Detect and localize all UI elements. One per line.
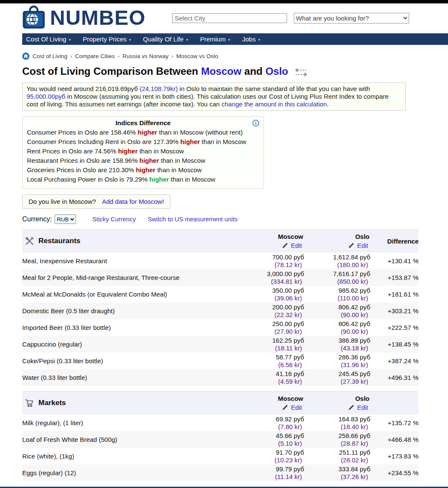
nav-cost-of-living[interactable]: Cost Of Living ▾ — [26, 35, 71, 43]
price-kr: (27.90 kr) — [236, 328, 304, 335]
nav-property-prices[interactable]: Property Prices ▾ — [83, 35, 131, 43]
section-name: Markets — [38, 399, 66, 407]
change-amount-link[interactable]: change the amount in this calculation. — [222, 100, 329, 108]
indices-title: Indices Difference — [27, 119, 259, 126]
moscow-price: 250.00 руб(27.90 kr) — [236, 320, 304, 335]
price-rub: 245.45 руб — [304, 370, 370, 378]
item-label: McMeal at McDonalds (or Equivalent Combo… — [22, 291, 236, 298]
chevron-down-icon: ▾ — [129, 37, 131, 42]
index-line: Restaurant Prices in Oslo are 158.96% hi… — [27, 156, 259, 165]
section-name: Restaurants — [38, 237, 80, 245]
home-icon[interactable] — [22, 53, 29, 60]
price-rub: 162.25 руб — [236, 337, 304, 344]
price-rub: 7,616.17 руб — [304, 270, 370, 278]
breadcrumb-russia-vs-norway[interactable]: Russia vs Norway — [123, 53, 169, 59]
numbeo-logo[interactable]: 1 NUMBEO — [21, 6, 146, 29]
nav-item-label: Quality Of Life — [143, 35, 184, 43]
price-rub: 350.00 руб — [236, 287, 304, 294]
switch-units-link[interactable]: Switch to US measurement units — [148, 216, 237, 223]
title-city-moscow[interactable]: Moscow — [201, 65, 242, 77]
site-header: 1 NUMBEO What are you looking for? — [0, 3, 448, 33]
price-kr: (334.81 kr) — [236, 278, 304, 285]
price-kr: (10.23 kr) — [236, 456, 304, 464]
chevron-down-icon: ▾ — [258, 37, 261, 42]
item-label: Loaf of Fresh White Bread (500g) — [22, 436, 236, 443]
moscow-price: 41.16 руб(4.59 kr) — [236, 370, 304, 385]
sticky-currency-link[interactable]: Sticky Currency — [92, 216, 136, 223]
info-icon[interactable] — [252, 120, 259, 128]
summary-rub-amount-link[interactable]: 95,000.00руб — [26, 93, 65, 100]
edit-label: Edit — [357, 404, 368, 411]
swap-cities-icon[interactable] — [294, 68, 308, 77]
price-rub: 164.83 руб — [304, 415, 370, 423]
table-row: Loaf of Fresh White Bread (500g) 45.66 р… — [22, 431, 419, 448]
index-text: than in Moscow — [159, 157, 205, 164]
add-data-link[interactable]: Add data for Moscow! — [102, 198, 164, 205]
looking-for-select[interactable]: What are you looking for? — [294, 13, 409, 24]
oslo-column-header: Oslo Edit — [304, 395, 370, 411]
nav-premium[interactable]: Premium ▾ — [200, 35, 230, 43]
item-label: Coke/Pepsi (0.33 liter bottle) — [22, 357, 236, 365]
moscow-price: 350.00 руб(39.06 kr) — [236, 287, 304, 302]
breadcrumb-compare-cities[interactable]: Compare Cities — [75, 53, 115, 59]
edit-label: Edit — [291, 404, 302, 411]
price-kr: (31.96 kr) — [304, 361, 370, 369]
table-row: Domestic Beer (0.5 liter draught) 200.00… — [22, 303, 419, 319]
edit-oslo-link[interactable]: Edit — [304, 242, 370, 249]
index-higher-word: higher — [136, 166, 155, 173]
currency-row: Currency: RUB Sticky Currency Switch to … — [22, 215, 419, 224]
summary-kr-amount-link[interactable]: (24,108.79kr) — [140, 85, 178, 92]
chevron-down-icon: ▾ — [186, 37, 188, 42]
price-kr: (110.00 kr) — [304, 294, 370, 302]
price-kr: (11.14 kr) — [236, 473, 304, 481]
price-rub: 1,612.84 руб — [304, 253, 370, 261]
price-kr: (27.39 kr) — [304, 378, 370, 385]
price-rub: 333.84 руб — [304, 465, 370, 473]
oslo-label: Oslo — [304, 233, 370, 240]
moscow-price: 3,000.00 руб(334.81 kr) — [236, 270, 304, 285]
oslo-price: 245.45 руб(27.39 kr) — [304, 370, 370, 385]
breadcrumb-separator: › — [70, 53, 72, 59]
difference-column-header: Difference — [370, 238, 419, 245]
oslo-price: 286.36 руб(31.96 kr) — [304, 353, 370, 369]
difference-value: +496.31 % — [370, 374, 419, 381]
price-kr: (43.18 kr) — [304, 344, 370, 352]
nav-item-label: Cost Of Living — [26, 35, 66, 43]
price-rub: 200.00 руб — [236, 303, 304, 311]
breadcrumb-cost-of-living[interactable]: Cost of Living — [32, 53, 67, 59]
nav-quality-of-life[interactable]: Quality Of Life ▾ — [143, 35, 188, 43]
index-higher-word: higher — [118, 147, 138, 155]
currency-select[interactable]: RUB — [55, 215, 76, 224]
difference-value: +387.24 % — [370, 357, 419, 365]
restaurants-header: Restaurants Moscow Edit Oslo Edit Differ… — [22, 229, 419, 253]
price-rub: 386.89 руб — [304, 337, 370, 344]
restaurants-icon — [25, 236, 34, 246]
edit-oslo-link[interactable]: Edit — [304, 404, 370, 411]
title-city-oslo[interactable]: Oslo — [265, 65, 288, 77]
breadcrumb-moscow-vs-oslo[interactable]: Moscow vs Oslo — [176, 53, 218, 59]
table-row: Eggs (regular) (12) 99.79 руб(11.14 kr) … — [22, 464, 419, 481]
moscow-price: 162.25 руб(18.11 kr) — [236, 337, 304, 352]
price-rub: 58.77 руб — [236, 353, 304, 361]
nav-jobs[interactable]: Jobs ▾ — [242, 35, 260, 43]
oslo-price: 333.84 руб(37.26 kr) — [304, 465, 370, 481]
table-row: Cappuccino (regular) 162.25 руб(18.11 kr… — [22, 336, 419, 353]
breadcrumb-separator: › — [118, 53, 120, 59]
price-kr: (18.11 kr) — [236, 344, 304, 352]
difference-value: +181.61 % — [370, 291, 419, 298]
difference-value: +466.48 % — [370, 436, 419, 443]
price-rub: 3,000.00 руб — [236, 270, 304, 278]
price-kr: (850.00 kr) — [304, 278, 370, 285]
select-city-input[interactable] — [172, 13, 287, 23]
edit-moscow-link[interactable]: Edit — [236, 242, 304, 249]
index-text: than in Moscow — [169, 176, 215, 183]
nav-item-label: Property Prices — [83, 35, 127, 43]
edit-moscow-link[interactable]: Edit — [236, 404, 304, 411]
price-kr: (180.00 kr) — [304, 261, 370, 269]
price-rub: 41.16 руб — [236, 370, 304, 378]
nav-item-label: Premium — [200, 35, 225, 43]
moscow-price: 91.70 руб(10.23 kr) — [236, 449, 304, 464]
price-rub: 286.36 руб — [304, 353, 370, 361]
table-row: Coke/Pepsi (0.33 liter bottle) 58.77 руб… — [22, 353, 419, 369]
price-kr: (28.02 kr) — [304, 456, 370, 464]
